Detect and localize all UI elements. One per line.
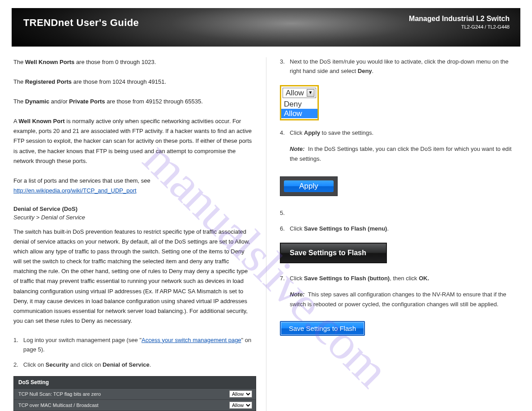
dropdown-option-deny[interactable]: Deny bbox=[284, 100, 302, 108]
save-settings-button-illustration[interactable]: Save Settings to Flash bbox=[280, 321, 365, 336]
dos-section-title: Denial of Service (DoS) bbox=[13, 206, 253, 212]
table-row: TCP Null Scan: TCP flag bits are zero Al… bbox=[14, 389, 256, 400]
dos-settings-panel: DoS Setting TCP Null Scan: TCP flag bits… bbox=[13, 376, 256, 411]
header-banner: TRENDnet User's Guide Managed Industrial… bbox=[12, 8, 520, 47]
apply-button[interactable]: Apply bbox=[284, 180, 334, 192]
model-block: Managed Industrial L2 Switch TL2-G244 / … bbox=[409, 14, 510, 30]
dos-crumbs: Security > Denial of Service bbox=[13, 214, 253, 221]
chevron-down-icon: ▼ bbox=[307, 89, 314, 97]
left-step-2: 2. Click on Security and click on Denial… bbox=[13, 360, 253, 370]
dropdown-closed[interactable]: Allow ▼ bbox=[283, 88, 316, 98]
ports-registered: The Registered Ports are those from 1024… bbox=[13, 77, 253, 87]
wiki-para: For a list of ports and the services tha… bbox=[13, 176, 253, 196]
right-note-2: Note: This step saves all configuration … bbox=[290, 290, 519, 309]
table-row: TCP over MAC Multicast / Broadcast Allow… bbox=[14, 400, 256, 411]
left-step-1: 1. Log into your switch management page … bbox=[13, 336, 253, 355]
right-step-3: 3. Next to the DoS item/rule you would l… bbox=[280, 57, 519, 76]
apply-button-illustration: Apply bbox=[280, 176, 338, 196]
dos-row-label: TCP over MAC Multicast / Broadcast bbox=[18, 402, 99, 408]
dos-row-select[interactable]: AllowDeny bbox=[229, 390, 252, 398]
allow-deny-dropdown-illustration: Allow ▼ Deny Allow bbox=[280, 85, 319, 121]
left-column: The Well Known Ports are those from 0 th… bbox=[13, 57, 266, 411]
dos-description: The switch has built-in DoS prevention f… bbox=[13, 227, 253, 326]
model-line2: TL2-G244 / TL2-G448 bbox=[409, 24, 510, 30]
wiki-link[interactable]: http://en.wikipedia.org/wiki/TCP_and_UDP… bbox=[13, 187, 137, 194]
dos-row-label: TCP Null Scan: TCP flag bits are zero bbox=[18, 391, 101, 397]
right-note-1: Note: In the DoS Settings table, you can… bbox=[290, 144, 519, 164]
right-step-7: 7. Click Save Settings to Flash (button)… bbox=[280, 274, 519, 283]
well-known-desc: A Well Known Port is normally active onl… bbox=[13, 116, 253, 166]
ports-dynamic: The Dynamic and/or Private Ports are tho… bbox=[13, 97, 253, 107]
ports-well-known: The Well Known Ports are those from 0 th… bbox=[13, 57, 253, 67]
dropdown-option-allow[interactable]: Allow bbox=[281, 109, 317, 118]
access-switch-link[interactable]: Access your switch management page bbox=[142, 337, 241, 343]
right-step-5: 5. bbox=[280, 209, 519, 218]
dos-row-select[interactable]: AllowDeny bbox=[229, 402, 252, 409]
save-settings-menu-illustration[interactable]: Save Settings to Flash bbox=[280, 243, 387, 263]
right-column: 3. Next to the DoS item/rule you would l… bbox=[266, 57, 519, 411]
right-step-4: 4. Click Apply to save the settings. bbox=[280, 128, 519, 138]
right-step-6: 6. Click Save Settings to Flash (menu). bbox=[280, 224, 519, 234]
guide-title: TRENDnet User's Guide bbox=[23, 17, 139, 29]
dos-panel-header: DoS Setting bbox=[14, 377, 256, 389]
model-line1: Managed Industrial L2 Switch bbox=[409, 14, 510, 24]
